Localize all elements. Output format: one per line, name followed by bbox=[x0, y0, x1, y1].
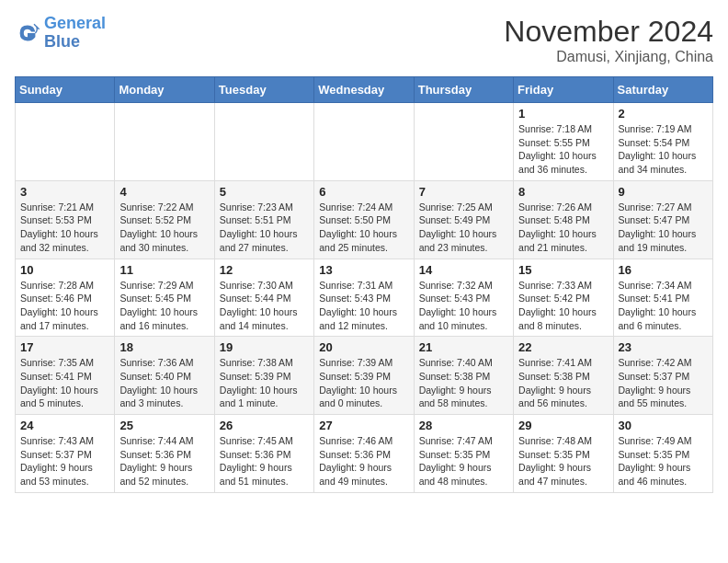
day-number: 25 bbox=[119, 419, 209, 432]
day-info: Sunrise: 7:27 AM Sunset: 5:47 PM Dayligh… bbox=[619, 201, 708, 255]
day-number: 23 bbox=[619, 340, 708, 354]
day-info: Sunrise: 7:29 AM Sunset: 5:45 PM Dayligh… bbox=[119, 279, 209, 333]
calendar-week-row: 24Sunrise: 7:43 AM Sunset: 5:37 PM Dayli… bbox=[16, 415, 713, 493]
day-number: 18 bbox=[119, 340, 209, 354]
day-number: 16 bbox=[619, 263, 708, 277]
day-info: Sunrise: 7:30 AM Sunset: 5:44 PM Dayligh… bbox=[220, 279, 309, 333]
calendar-header: SundayMondayTuesdayWednesdayThursdayFrid… bbox=[16, 77, 713, 103]
calendar-cell: 22Sunrise: 7:41 AM Sunset: 5:38 PM Dayli… bbox=[514, 337, 613, 415]
calendar-cell bbox=[314, 103, 414, 181]
calendar-cell: 7Sunrise: 7:25 AM Sunset: 5:49 PM Daylig… bbox=[414, 180, 513, 259]
day-number: 5 bbox=[220, 185, 309, 199]
day-info: Sunrise: 7:44 AM Sunset: 5:36 PM Dayligh… bbox=[119, 434, 209, 488]
day-info: Sunrise: 7:26 AM Sunset: 5:48 PM Dayligh… bbox=[518, 201, 608, 255]
day-number: 7 bbox=[419, 185, 508, 199]
calendar-cell: 4Sunrise: 7:22 AM Sunset: 5:52 PM Daylig… bbox=[115, 180, 214, 259]
day-info: Sunrise: 7:41 AM Sunset: 5:38 PM Dayligh… bbox=[518, 356, 608, 410]
calendar-cell: 26Sunrise: 7:45 AM Sunset: 5:36 PM Dayli… bbox=[214, 415, 313, 493]
calendar-cell: 19Sunrise: 7:38 AM Sunset: 5:39 PM Dayli… bbox=[214, 337, 313, 415]
calendar-week-row: 1Sunrise: 7:18 AM Sunset: 5:55 PM Daylig… bbox=[16, 103, 713, 181]
day-info: Sunrise: 7:48 AM Sunset: 5:35 PM Dayligh… bbox=[518, 434, 608, 488]
day-number: 3 bbox=[20, 185, 109, 199]
day-info: Sunrise: 7:46 AM Sunset: 5:36 PM Dayligh… bbox=[319, 434, 408, 488]
calendar-cell: 5Sunrise: 7:23 AM Sunset: 5:51 PM Daylig… bbox=[214, 180, 313, 259]
day-info: Sunrise: 7:25 AM Sunset: 5:49 PM Dayligh… bbox=[419, 201, 508, 255]
calendar-cell: 15Sunrise: 7:33 AM Sunset: 5:42 PM Dayli… bbox=[514, 259, 613, 337]
calendar-cell: 27Sunrise: 7:46 AM Sunset: 5:36 PM Dayli… bbox=[314, 415, 414, 493]
weekday-header: Friday bbox=[514, 77, 613, 103]
day-number: 12 bbox=[220, 263, 309, 277]
calendar-table: SundayMondayTuesdayWednesdayThursdayFrid… bbox=[15, 76, 713, 493]
day-info: Sunrise: 7:31 AM Sunset: 5:43 PM Dayligh… bbox=[319, 279, 408, 333]
weekday-header: Saturday bbox=[613, 77, 712, 103]
calendar-cell: 6Sunrise: 7:24 AM Sunset: 5:50 PM Daylig… bbox=[314, 180, 414, 259]
day-number: 10 bbox=[20, 263, 109, 277]
day-number: 22 bbox=[518, 340, 608, 354]
calendar-cell: 29Sunrise: 7:48 AM Sunset: 5:35 PM Dayli… bbox=[514, 415, 613, 493]
logo-line2: Blue bbox=[44, 32, 80, 51]
day-number: 4 bbox=[119, 185, 209, 199]
day-info: Sunrise: 7:47 AM Sunset: 5:35 PM Dayligh… bbox=[419, 434, 508, 488]
calendar-cell: 2Sunrise: 7:19 AM Sunset: 5:54 PM Daylig… bbox=[613, 103, 712, 181]
calendar-cell: 30Sunrise: 7:49 AM Sunset: 5:35 PM Dayli… bbox=[613, 415, 712, 493]
calendar-cell: 21Sunrise: 7:40 AM Sunset: 5:38 PM Dayli… bbox=[414, 337, 513, 415]
calendar-cell: 13Sunrise: 7:31 AM Sunset: 5:43 PM Dayli… bbox=[314, 259, 414, 337]
day-number: 29 bbox=[518, 419, 608, 432]
logo-line1: General bbox=[44, 14, 106, 32]
page-header: General Blue November 2024 Damusi, Xinji… bbox=[15, 15, 713, 65]
day-number: 28 bbox=[419, 419, 508, 432]
calendar-cell: 20Sunrise: 7:39 AM Sunset: 5:39 PM Dayli… bbox=[314, 337, 414, 415]
day-number: 26 bbox=[220, 419, 309, 432]
calendar-cell bbox=[414, 103, 513, 181]
calendar-cell: 14Sunrise: 7:32 AM Sunset: 5:43 PM Dayli… bbox=[414, 259, 513, 337]
weekday-header: Tuesday bbox=[214, 77, 313, 103]
weekday-header: Monday bbox=[115, 77, 214, 103]
day-number: 17 bbox=[20, 340, 109, 354]
calendar-cell: 23Sunrise: 7:42 AM Sunset: 5:37 PM Dayli… bbox=[613, 337, 712, 415]
day-info: Sunrise: 7:32 AM Sunset: 5:43 PM Dayligh… bbox=[419, 279, 508, 333]
day-number: 13 bbox=[319, 263, 408, 277]
day-number: 20 bbox=[319, 340, 408, 354]
calendar-cell: 24Sunrise: 7:43 AM Sunset: 5:37 PM Dayli… bbox=[16, 415, 115, 493]
day-info: Sunrise: 7:38 AM Sunset: 5:39 PM Dayligh… bbox=[220, 356, 309, 410]
title-block: November 2024 Damusi, Xinjiang, China bbox=[504, 15, 713, 65]
day-number: 14 bbox=[419, 263, 508, 277]
day-number: 30 bbox=[619, 419, 708, 432]
calendar-cell: 12Sunrise: 7:30 AM Sunset: 5:44 PM Dayli… bbox=[214, 259, 313, 337]
day-info: Sunrise: 7:40 AM Sunset: 5:38 PM Dayligh… bbox=[419, 356, 508, 410]
weekday-header: Wednesday bbox=[314, 77, 414, 103]
calendar-cell: 28Sunrise: 7:47 AM Sunset: 5:35 PM Dayli… bbox=[414, 415, 513, 493]
day-info: Sunrise: 7:43 AM Sunset: 5:37 PM Dayligh… bbox=[20, 434, 109, 488]
day-number: 6 bbox=[319, 185, 408, 199]
calendar-body: 1Sunrise: 7:18 AM Sunset: 5:55 PM Daylig… bbox=[16, 103, 713, 493]
calendar-week-row: 17Sunrise: 7:35 AM Sunset: 5:41 PM Dayli… bbox=[16, 337, 713, 415]
calendar-cell: 9Sunrise: 7:27 AM Sunset: 5:47 PM Daylig… bbox=[613, 180, 712, 259]
day-number: 1 bbox=[518, 107, 608, 121]
day-number: 11 bbox=[119, 263, 209, 277]
logo: General Blue bbox=[15, 15, 106, 52]
day-number: 2 bbox=[619, 107, 708, 121]
weekday-header: Sunday bbox=[16, 77, 115, 103]
calendar-cell: 1Sunrise: 7:18 AM Sunset: 5:55 PM Daylig… bbox=[514, 103, 613, 181]
day-info: Sunrise: 7:21 AM Sunset: 5:53 PM Dayligh… bbox=[20, 201, 109, 255]
day-number: 19 bbox=[220, 340, 309, 354]
day-info: Sunrise: 7:28 AM Sunset: 5:46 PM Dayligh… bbox=[20, 279, 109, 333]
calendar-cell bbox=[16, 103, 115, 181]
day-info: Sunrise: 7:34 AM Sunset: 5:41 PM Dayligh… bbox=[619, 279, 708, 333]
day-info: Sunrise: 7:39 AM Sunset: 5:39 PM Dayligh… bbox=[319, 356, 408, 410]
calendar-cell bbox=[115, 103, 214, 181]
day-info: Sunrise: 7:42 AM Sunset: 5:37 PM Dayligh… bbox=[619, 356, 708, 410]
weekday-row: SundayMondayTuesdayWednesdayThursdayFrid… bbox=[16, 77, 713, 103]
calendar-week-row: 10Sunrise: 7:28 AM Sunset: 5:46 PM Dayli… bbox=[16, 259, 713, 337]
day-number: 27 bbox=[319, 419, 408, 432]
calendar-cell: 18Sunrise: 7:36 AM Sunset: 5:40 PM Dayli… bbox=[115, 337, 214, 415]
calendar-cell: 11Sunrise: 7:29 AM Sunset: 5:45 PM Dayli… bbox=[115, 259, 214, 337]
calendar-cell: 3Sunrise: 7:21 AM Sunset: 5:53 PM Daylig… bbox=[16, 180, 115, 259]
day-info: Sunrise: 7:49 AM Sunset: 5:35 PM Dayligh… bbox=[619, 434, 708, 488]
location: Damusi, Xinjiang, China bbox=[504, 49, 713, 65]
calendar-week-row: 3Sunrise: 7:21 AM Sunset: 5:53 PM Daylig… bbox=[16, 180, 713, 259]
calendar-cell: 25Sunrise: 7:44 AM Sunset: 5:36 PM Dayli… bbox=[115, 415, 214, 493]
calendar-cell: 17Sunrise: 7:35 AM Sunset: 5:41 PM Dayli… bbox=[16, 337, 115, 415]
day-info: Sunrise: 7:36 AM Sunset: 5:40 PM Dayligh… bbox=[119, 356, 209, 410]
day-number: 9 bbox=[619, 185, 708, 199]
